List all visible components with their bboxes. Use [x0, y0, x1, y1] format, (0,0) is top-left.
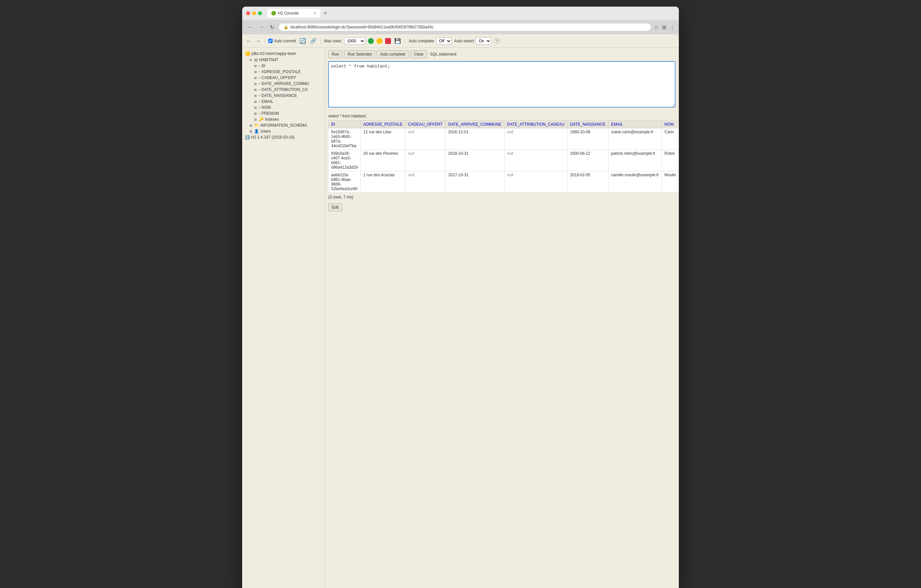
run-icon[interactable]: [368, 38, 374, 44]
auto-commit-checkbox[interactable]: [268, 39, 273, 43]
sidebar-col-prenom[interactable]: ⊞ ▪ PRENOM: [242, 110, 325, 116]
run-selected-button[interactable]: Run Selected: [344, 50, 375, 58]
clear-icon[interactable]: [376, 38, 382, 44]
version-icon: ℹ️: [245, 135, 250, 140]
toolbar-icon-2[interactable]: 🔗: [309, 37, 317, 45]
edit-button[interactable]: Edit: [328, 203, 342, 211]
auto-select-group: Auto select On Off: [454, 37, 491, 45]
sidebar-habitant-collapse[interactable]: ▼ ▦ HABITANT: [242, 57, 325, 63]
title-bar: 🌿 H2 Console × +: [242, 6, 679, 20]
toolbar-separator-2: [321, 38, 321, 44]
sidebar-col-cadeau[interactable]: ⊞ ▪ CADEAU_OFFERT: [242, 75, 325, 81]
col-icon: ▪: [259, 105, 260, 110]
col-header-id[interactable]: ID: [329, 121, 361, 128]
col-expand-icon: ⊞: [254, 88, 257, 92]
result-query-text: select * from habitant;: [328, 112, 675, 120]
sidebar-col-email[interactable]: ⊞ ▪ EMAIL: [242, 99, 325, 104]
auto-commit-checkbox-label[interactable]: Auto commit: [268, 39, 296, 43]
close-button[interactable]: [246, 11, 250, 15]
users-icon: 👤: [254, 129, 259, 133]
sql-editor[interactable]: select * from habitant;: [328, 61, 675, 107]
auto-complete-select[interactable]: Off On: [436, 37, 452, 45]
max-rows-select[interactable]: 1000 100 500 10000: [344, 37, 365, 45]
sidebar-version: ℹ️ H2 1.4.197 (2018-03-18): [242, 134, 325, 140]
forward-button[interactable]: →: [257, 23, 265, 31]
sql-actions: Run Run Selected Auto complete Clear SQL…: [325, 48, 679, 61]
toolbar-back-icon[interactable]: ←: [246, 37, 252, 45]
col-expand-icon: ⊞: [254, 70, 257, 74]
auto-complete-button[interactable]: Auto complete: [376, 50, 409, 58]
toolbar-save-icon[interactable]: 💾: [394, 37, 402, 45]
auto-complete-group: Auto complete Off On: [408, 37, 452, 45]
sql-statement-label: SQL statement:: [430, 52, 457, 57]
sidebar-indexes[interactable]: ⊞ 🔑 Indexes: [242, 116, 325, 122]
lock-icon: 🔒: [283, 25, 288, 29]
refresh-button[interactable]: ↻: [268, 23, 275, 31]
col-icon: ▪: [259, 75, 260, 80]
sidebar-col-date-arrivee[interactable]: ⊞ ▪ DATE_ARRIVEE_COMMU: [242, 81, 325, 87]
back-button[interactable]: ←: [246, 23, 254, 31]
cell-date_attribution_cadeau: null: [504, 150, 567, 171]
auto-select-select[interactable]: On Off: [476, 37, 491, 45]
col-header-nom[interactable]: NOM: [662, 121, 679, 128]
col-header-email[interactable]: EMAIL: [609, 121, 662, 128]
cell-date_naissance: 2000-06-12: [567, 150, 609, 171]
sidebar-col-adresse[interactable]: ⊞ ▪ ADRESSE_POSTALE: [242, 69, 325, 75]
tab-title: H2 Console: [278, 11, 299, 16]
bookmark-icon[interactable]: ☆: [654, 24, 659, 31]
run-button[interactable]: Run: [328, 50, 343, 58]
active-tab[interactable]: 🌿 H2 Console ×: [267, 9, 320, 18]
cell-nom: Carin: [662, 128, 679, 150]
col-header-date-naissance[interactable]: DATE_NAISSANCE: [567, 121, 609, 128]
toolbar-icon-1[interactable]: 🔄: [299, 37, 307, 45]
maximize-button[interactable]: [258, 11, 262, 15]
col-header-date-attribution[interactable]: DATE_ATTRIBUTION_CADEAU: [504, 121, 567, 128]
col-expand-icon: ⊞: [254, 76, 257, 80]
indexes-expand-icon[interactable]: ⊞: [254, 117, 257, 121]
new-tab-button[interactable]: +: [322, 10, 329, 17]
stop-icon[interactable]: [385, 38, 391, 44]
info-schema-expand[interactable]: ⊞: [249, 123, 253, 127]
table-name-habitant: HABITANT: [259, 58, 278, 62]
expand-icon[interactable]: ▼: [249, 58, 253, 62]
sidebar-users[interactable]: ⊞ 👤 Users: [242, 128, 325, 134]
extensions-icon[interactable]: ⊞: [662, 24, 666, 31]
cell-adresse_postale: 12 rue des Lilas: [361, 128, 405, 150]
col-icon: ▪: [259, 93, 260, 98]
result-info: (3 rows, 7 ms): [328, 193, 675, 201]
col-icon: ▪: [259, 111, 260, 116]
url-bar[interactable]: 🔒 localhost:8080/console/login.do?jsessi…: [279, 23, 651, 31]
table-row: 5e18367a-1eb3-4b91-b87a-44cd210ef7ba12 r…: [329, 128, 679, 150]
col-header-adresse[interactable]: ADRESSE_POSTALE: [361, 121, 405, 128]
sidebar-col-nom[interactable]: ⊞ ▪ NOM: [242, 104, 325, 110]
sidebar-col-id[interactable]: ⊞ ▪ ID: [242, 63, 325, 69]
menu-icon[interactable]: ⋮: [670, 24, 675, 31]
clear-button[interactable]: Clear: [410, 50, 428, 58]
col-name-email: EMAIL: [261, 99, 273, 104]
toolbar-forward-icon[interactable]: →: [255, 37, 261, 45]
tab-close-button[interactable]: ×: [314, 11, 316, 16]
sidebar-col-date-attribution[interactable]: ⊞ ▪ DATE_ATTRIBUTION_CA: [242, 87, 325, 93]
cell-date_attribution_cadeau: null: [504, 128, 567, 150]
col-header-date-arrivee[interactable]: DATE_ARRIVEE_COMMUNE: [446, 121, 504, 128]
cell-adresse_postale: 1 rue des Acacias: [361, 171, 405, 193]
version-text: H2 1.4.197 (2018-03-18): [251, 135, 295, 140]
sidebar-col-date-naissance[interactable]: ⊞ ▪ DATE_NAISSANCE: [242, 93, 325, 99]
col-expand-icon: ⊞: [254, 64, 257, 68]
db-name: jdbc:h2:mem:happy-town: [252, 51, 296, 56]
info-schema-name: INFORMATION_SCHEMA: [260, 123, 307, 128]
tab-bar: 🌿 H2 Console × +: [267, 9, 675, 18]
cell-email: patrick.robin@example.fr: [609, 150, 662, 171]
sidebar-info-schema[interactable]: ⊞ 📁 INFORMATION_SCHEMA: [242, 122, 325, 128]
cell-date_attribution_cadeau: null: [504, 171, 567, 193]
col-expand-icon: ⊞: [254, 99, 257, 104]
sidebar-db-connection[interactable]: 🟡 jdbc:h2:mem:happy-town: [242, 50, 325, 57]
auto-commit-label: Auto commit: [274, 39, 296, 43]
users-expand[interactable]: ⊞: [249, 129, 253, 133]
col-icon: ▪: [259, 81, 260, 86]
help-icon[interactable]: ?: [494, 38, 500, 44]
col-header-cadeau[interactable]: CADEAU_OFFERT: [405, 121, 445, 128]
col-icon: ▪: [259, 99, 260, 104]
col-name-adresse: ADRESSE_POSTALE: [261, 70, 301, 74]
minimize-button[interactable]: [252, 11, 256, 15]
